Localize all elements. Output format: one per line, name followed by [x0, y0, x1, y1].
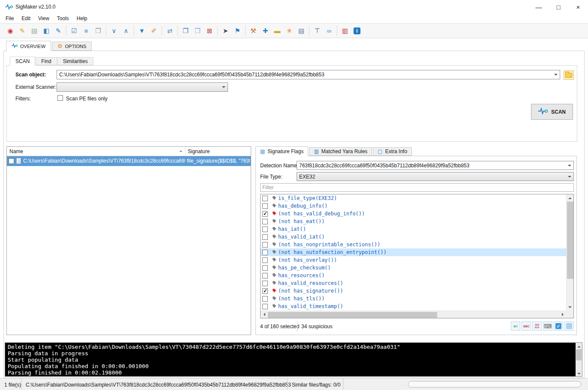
scroll-down-icon[interactable] — [576, 370, 582, 376]
flag-row[interactable]: (not has_nonprintable_sections()) — [261, 241, 566, 248]
close-button[interactable]: × — [568, 0, 588, 14]
scroll-right-icon[interactable] — [559, 311, 566, 318]
log-book-button[interactable]: ▥ — [339, 25, 351, 36]
row-checkbox[interactable] — [9, 158, 14, 164]
clear-filter-button[interactable]: ▼ — [136, 25, 147, 36]
copy-files-button[interactable]: ❐ — [192, 25, 203, 36]
rename-button[interactable]: ✎ — [53, 25, 64, 36]
power-button[interactable]: ◉ — [5, 25, 16, 36]
vertical-scrollbar[interactable] — [566, 194, 573, 311]
flag-checkbox[interactable] — [262, 288, 268, 294]
flag-checkbox[interactable] — [262, 242, 268, 248]
clean-button[interactable]: ✐ — [148, 25, 159, 36]
horizontal-scrollbar[interactable] — [261, 311, 566, 318]
edit-fields-button[interactable]: ◧ — [41, 25, 52, 36]
flag-checkbox[interactable] — [262, 250, 268, 255]
tools-button[interactable]: ⚒ — [248, 25, 259, 36]
flag-checkbox[interactable] — [262, 234, 268, 240]
chevron-down-button[interactable]: ∨ — [108, 25, 120, 36]
column-name[interactable]: Name — [9, 148, 23, 154]
external-scanner-combobox[interactable] — [57, 82, 228, 92]
flag-checkbox[interactable] — [262, 304, 268, 309]
scrollbar-thumb[interactable] — [268, 312, 437, 318]
flag-row[interactable]: (not has_overlay()) — [261, 256, 566, 264]
tab-options[interactable]: ⚙ OPTIONS — [52, 42, 92, 51]
flag-row[interactable]: (not has_signature()) — [261, 287, 566, 295]
menu-help[interactable]: Help — [73, 14, 91, 23]
flag-checkbox[interactable] — [262, 203, 268, 209]
menu-file[interactable]: File — [2, 14, 18, 23]
tab-find[interactable]: Find — [36, 57, 57, 65]
scrollbar-thumb[interactable] — [567, 202, 573, 279]
scroll-down-icon[interactable] — [567, 303, 574, 311]
log-scrollbar[interactable] — [576, 343, 582, 376]
flag-row[interactable]: has_resources() — [261, 272, 566, 279]
tab-similarities[interactable]: Similarities — [57, 57, 93, 65]
dropdown-arrow-icon[interactable] — [566, 172, 573, 181]
scroll-left-icon[interactable] — [261, 311, 268, 318]
scroll-up-icon[interactable] — [576, 343, 582, 349]
flag-checkbox[interactable] — [262, 257, 268, 263]
flag-row[interactable]: has_debug_info() — [261, 202, 566, 210]
menu-tools[interactable]: Tools — [53, 14, 73, 23]
tab-overview[interactable]: OVERVIEW — [6, 41, 51, 51]
flag-checkbox[interactable] — [262, 196, 268, 201]
green-arrow-button[interactable]: ⇐ — [511, 321, 520, 331]
pencil-button[interactable]: ✎ — [17, 25, 28, 36]
flag-row[interactable]: has_valid_timestamp() — [261, 302, 566, 310]
flag-row[interactable]: has_valid_iat() — [261, 233, 566, 241]
tab-matched-yara-rules[interactable]: ▥ Matched Yara Rules — [309, 147, 372, 156]
flag-checkbox[interactable] — [262, 273, 268, 278]
check-all-button[interactable]: ☑ — [69, 25, 80, 36]
menu-edit[interactable]: Edit — [18, 14, 34, 23]
column-separator[interactable] — [185, 147, 186, 156]
log-panel[interactable]: Deleting item "C:\Users\Fabian\Downloads… — [5, 342, 582, 377]
unlink-button[interactable]: ∞ — [324, 25, 335, 36]
tab-signature-flags[interactable]: ▤ Signature Flags — [255, 146, 308, 156]
uncheck-all-button[interactable]: ■ — [81, 25, 92, 36]
browse-folder-button[interactable] — [564, 70, 574, 80]
table-row[interactable]: C:\Users\Fabian\Downloads\Samples\VT\763… — [7, 156, 251, 166]
clipboard-button[interactable]: ▤ — [29, 25, 40, 36]
deselect-all-flags-button[interactable] — [564, 321, 574, 331]
flag-row[interactable]: has_pe_checksum() — [261, 264, 566, 272]
gold-bar-button[interactable]: ▬ — [272, 25, 283, 36]
abc-button[interactable]: ABC — [522, 321, 531, 331]
flag-row[interactable]: (not has_valid_debug_info()) — [261, 210, 566, 218]
flag-checkbox[interactable] — [262, 296, 268, 302]
scan-object-combobox[interactable]: C:\Users\Fabian\Downloads\Samples\VT\763… — [57, 70, 560, 79]
select-all-flags-button[interactable]: ✓ — [554, 321, 563, 331]
tab-scan[interactable]: SCAN — [10, 57, 35, 66]
move-button[interactable]: ✚ — [260, 25, 271, 36]
flag-checkbox[interactable] — [262, 227, 268, 232]
scrollbar-thumb[interactable] — [576, 349, 582, 360]
flag-row[interactable]: (not has_tls()) — [261, 295, 566, 302]
flag-filter-input[interactable] — [260, 183, 574, 192]
scan-button[interactable]: SCAN — [531, 104, 573, 120]
flag-checkbox[interactable] — [262, 211, 268, 217]
settings-sun-button[interactable]: ✳ — [284, 25, 295, 36]
scroll-up-icon[interactable] — [567, 194, 574, 202]
flag-row[interactable]: (not has_eat()) — [261, 218, 566, 225]
info-button[interactable]: i — [351, 25, 363, 36]
minimize-button[interactable]: — — [529, 0, 549, 14]
signature-button[interactable]: ➤ — [220, 25, 231, 36]
tab-extra-info[interactable]: ▢ Extra Info — [373, 147, 412, 156]
chevron-up-button[interactable]: ∧ — [120, 25, 132, 36]
dropdown-arrow-icon[interactable] — [566, 161, 573, 169]
flag-checkbox[interactable] — [262, 265, 268, 271]
menu-view[interactable]: View — [34, 14, 53, 23]
dropdown-arrow-icon[interactable] — [552, 70, 560, 79]
binary-button[interactable]: 100 010 — [532, 321, 542, 331]
flag-checkbox[interactable] — [262, 219, 268, 224]
remove-file-button[interactable]: ⊠ — [204, 25, 215, 36]
pe-only-checkbox[interactable] — [57, 95, 63, 101]
flag-checkbox[interactable] — [262, 281, 268, 286]
detection-name-combobox[interactable]: 763f818cdc3c28cc69fccca69f50f0435b45b711… — [297, 161, 574, 170]
keyboard-button[interactable]: ⌨ — [543, 321, 552, 331]
flag-row[interactable]: (not has_outofsection_entrypoint()) — [261, 248, 566, 256]
pin-tool-button[interactable]: ⊤ — [312, 25, 323, 36]
maximize-button[interactable]: □ — [549, 0, 568, 14]
flag-row[interactable]: is_file_type(EXE32) — [261, 194, 566, 202]
invert-selection-button[interactable]: ❐ — [93, 25, 104, 36]
